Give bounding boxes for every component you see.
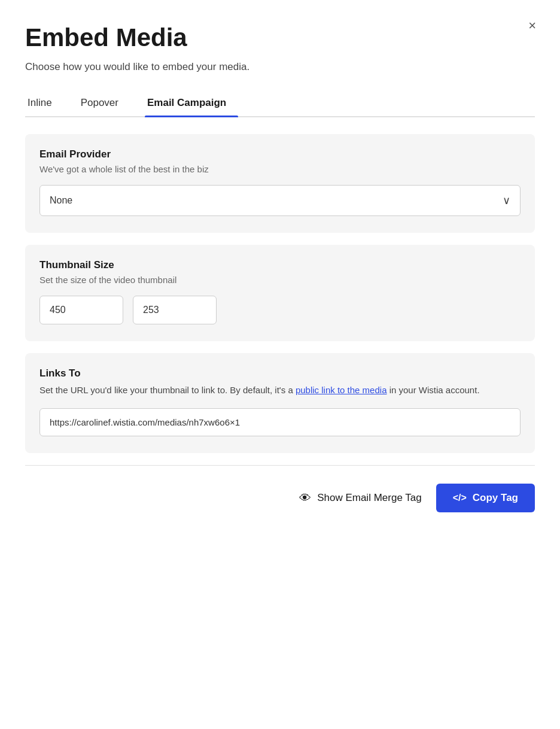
email-provider-select-wrapper[interactable]: None ∨ (39, 185, 521, 216)
modal-title: Embed Media (25, 24, 535, 51)
close-button[interactable]: × (526, 17, 538, 35)
thumbnail-height-input[interactable] (133, 296, 217, 324)
public-link[interactable]: public link to the media (296, 385, 387, 395)
footer: 👁 Show Email Merge Tag </> Copy Tag (25, 466, 535, 512)
tab-email-campaign[interactable]: Email Campaign (145, 91, 238, 116)
embed-media-modal: × Embed Media Choose how you would like … (0, 0, 560, 729)
thumbnail-size-title: Thumbnail Size (39, 259, 521, 271)
chevron-down-icon: ∨ (503, 194, 510, 207)
email-provider-select[interactable]: None ∨ (40, 186, 520, 215)
eye-icon: 👁 (299, 491, 311, 505)
copy-tag-button[interactable]: </> Copy Tag (436, 484, 535, 512)
thumbnail-size-description: Set the size of the video thumbnail (39, 275, 521, 285)
thumbnail-width-input[interactable] (39, 296, 123, 324)
copy-tag-label: Copy Tag (473, 492, 518, 504)
modal-subtitle: Choose how you would like to embed your … (25, 61, 535, 73)
url-input[interactable] (39, 408, 521, 436)
links-to-desc-after: in your Wistia account. (386, 385, 479, 395)
email-provider-section: Email Provider We've got a whole list of… (25, 134, 535, 233)
links-to-section: Links To Set the URL you'd like your thu… (25, 353, 535, 453)
links-to-desc-before: Set the URL you'd like your thumbnail to… (39, 385, 296, 395)
tab-inline[interactable]: Inline (25, 91, 64, 116)
links-to-description: Set the URL you'd like your thumbnail to… (39, 383, 521, 397)
links-to-title: Links To (39, 367, 521, 379)
size-inputs (39, 296, 521, 324)
email-provider-value: None (50, 195, 72, 206)
show-email-merge-tag-button[interactable]: 👁 Show Email Merge Tag (299, 491, 422, 505)
email-provider-description: We've got a whole list of the best in th… (39, 164, 521, 174)
code-icon: </> (453, 493, 467, 503)
email-provider-title: Email Provider (39, 148, 521, 160)
show-merge-tag-label: Show Email Merge Tag (317, 492, 422, 504)
thumbnail-size-section: Thumbnail Size Set the size of the video… (25, 245, 535, 341)
tab-popover[interactable]: Popover (78, 91, 130, 116)
tabs: Inline Popover Email Campaign (25, 91, 535, 117)
